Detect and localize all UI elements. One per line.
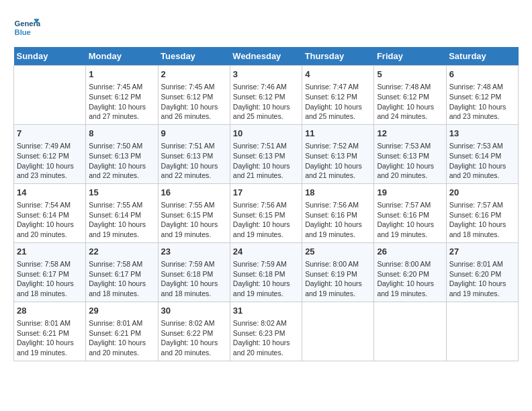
day-cell: 29Sunrise: 8:01 AM Sunset: 6:21 PM Dayli… [86,302,158,361]
day-info: Sunrise: 7:50 AM Sunset: 6:13 PM Dayligh… [89,141,154,181]
day-number: 13 [449,128,515,140]
day-info: Sunrise: 8:02 AM Sunset: 6:23 PM Dayligh… [233,318,299,358]
day-cell: 22Sunrise: 7:58 AM Sunset: 6:17 PM Dayli… [86,242,158,302]
day-number: 8 [89,128,154,140]
day-number: 19 [377,187,443,199]
day-cell: 20Sunrise: 7:57 AM Sunset: 6:16 PM Dayli… [446,183,518,242]
week-row-3: 14Sunrise: 7:54 AM Sunset: 6:14 PM Dayli… [14,183,519,242]
day-number: 4 [305,68,371,81]
week-row-5: 28Sunrise: 8:01 AM Sunset: 6:21 PM Dayli… [14,302,519,361]
page-header: General Blue [13,13,519,40]
day-cell: 31Sunrise: 8:02 AM Sunset: 6:23 PM Dayli… [230,302,302,361]
day-info: Sunrise: 7:51 AM Sunset: 6:13 PM Dayligh… [233,141,299,181]
col-header-wednesday: Wednesday [230,47,302,66]
day-number: 3 [233,68,299,81]
day-info: Sunrise: 7:57 AM Sunset: 6:16 PM Dayligh… [377,200,443,240]
day-cell: 30Sunrise: 8:02 AM Sunset: 6:22 PM Dayli… [158,302,230,361]
day-cell: 12Sunrise: 7:53 AM Sunset: 6:13 PM Dayli… [374,124,446,183]
day-cell: 16Sunrise: 7:55 AM Sunset: 6:15 PM Dayli… [158,183,230,242]
col-header-tuesday: Tuesday [158,47,230,66]
day-number: 20 [449,187,515,199]
day-cell: 8Sunrise: 7:50 AM Sunset: 6:13 PM Daylig… [86,124,158,183]
day-info: Sunrise: 7:53 AM Sunset: 6:14 PM Dayligh… [449,141,515,181]
day-info: Sunrise: 8:01 AM Sunset: 6:20 PM Dayligh… [449,259,515,299]
day-number: 18 [305,187,371,199]
calendar-table: SundayMondayTuesdayWednesdayThursdayFrid… [13,47,519,361]
day-info: Sunrise: 7:58 AM Sunset: 6:17 PM Dayligh… [89,259,154,299]
day-cell: 24Sunrise: 7:59 AM Sunset: 6:18 PM Dayli… [230,242,302,302]
day-info: Sunrise: 7:49 AM Sunset: 6:12 PM Dayligh… [17,141,83,181]
day-info: Sunrise: 8:02 AM Sunset: 6:22 PM Dayligh… [161,318,227,358]
day-cell: 7Sunrise: 7:49 AM Sunset: 6:12 PM Daylig… [14,124,86,183]
svg-text:Blue: Blue [15,28,31,36]
day-info: Sunrise: 8:00 AM Sunset: 6:19 PM Dayligh… [305,259,371,299]
day-number: 9 [161,128,227,140]
day-info: Sunrise: 7:52 AM Sunset: 6:13 PM Dayligh… [305,141,371,181]
col-header-sunday: Sunday [14,47,86,66]
week-row-1: 1Sunrise: 7:45 AM Sunset: 6:12 PM Daylig… [14,66,519,125]
logo-icon: General Blue [13,13,40,40]
day-cell: 26Sunrise: 8:00 AM Sunset: 6:20 PM Dayli… [374,242,446,302]
day-number: 21 [17,246,83,258]
day-info: Sunrise: 7:59 AM Sunset: 6:18 PM Dayligh… [161,259,227,299]
day-cell: 5Sunrise: 7:48 AM Sunset: 6:12 PM Daylig… [374,66,446,125]
day-cell: 9Sunrise: 7:51 AM Sunset: 6:13 PM Daylig… [158,124,230,183]
day-number: 22 [89,246,154,258]
day-number: 14 [17,187,83,199]
day-number: 1 [89,68,154,81]
day-number: 26 [377,246,443,258]
day-cell: 6Sunrise: 7:48 AM Sunset: 6:12 PM Daylig… [446,66,518,125]
day-cell: 27Sunrise: 8:01 AM Sunset: 6:20 PM Dayli… [446,242,518,302]
logo: General Blue [13,13,43,40]
day-number: 25 [305,246,371,258]
col-header-thursday: Thursday [302,47,374,66]
day-cell [446,302,518,361]
col-header-friday: Friday [374,47,446,66]
day-number: 16 [161,187,227,199]
day-cell: 23Sunrise: 7:59 AM Sunset: 6:18 PM Dayli… [158,242,230,302]
day-cell [14,66,86,125]
day-info: Sunrise: 7:56 AM Sunset: 6:16 PM Dayligh… [305,200,371,240]
day-cell: 14Sunrise: 7:54 AM Sunset: 6:14 PM Dayli… [14,183,86,242]
week-row-2: 7Sunrise: 7:49 AM Sunset: 6:12 PM Daylig… [14,124,519,183]
day-number: 12 [377,128,443,140]
day-number: 2 [161,68,227,81]
day-number: 23 [161,246,227,258]
day-number: 10 [233,128,299,140]
header-row: SundayMondayTuesdayWednesdayThursdayFrid… [14,47,519,66]
day-cell: 2Sunrise: 7:45 AM Sunset: 6:12 PM Daylig… [158,66,230,125]
day-info: Sunrise: 7:47 AM Sunset: 6:12 PM Dayligh… [305,82,371,122]
day-cell: 3Sunrise: 7:46 AM Sunset: 6:12 PM Daylig… [230,66,302,125]
day-info: Sunrise: 7:48 AM Sunset: 6:12 PM Dayligh… [449,82,515,122]
day-cell: 11Sunrise: 7:52 AM Sunset: 6:13 PM Dayli… [302,124,374,183]
day-info: Sunrise: 8:01 AM Sunset: 6:21 PM Dayligh… [17,318,83,358]
day-info: Sunrise: 7:58 AM Sunset: 6:17 PM Dayligh… [17,259,83,299]
day-info: Sunrise: 7:46 AM Sunset: 6:12 PM Dayligh… [233,82,299,122]
day-cell: 19Sunrise: 7:57 AM Sunset: 6:16 PM Dayli… [374,183,446,242]
day-info: Sunrise: 7:45 AM Sunset: 6:12 PM Dayligh… [161,82,227,122]
day-info: Sunrise: 7:56 AM Sunset: 6:15 PM Dayligh… [233,200,299,240]
day-info: Sunrise: 7:59 AM Sunset: 6:18 PM Dayligh… [233,259,299,299]
day-info: Sunrise: 7:54 AM Sunset: 6:14 PM Dayligh… [17,200,83,240]
day-info: Sunrise: 7:51 AM Sunset: 6:13 PM Dayligh… [161,141,227,181]
day-cell: 10Sunrise: 7:51 AM Sunset: 6:13 PM Dayli… [230,124,302,183]
day-number: 15 [89,187,154,199]
day-info: Sunrise: 7:55 AM Sunset: 6:15 PM Dayligh… [161,200,227,240]
day-number: 31 [233,305,299,317]
day-cell: 1Sunrise: 7:45 AM Sunset: 6:12 PM Daylig… [86,66,158,125]
day-number: 29 [89,305,154,317]
day-number: 24 [233,246,299,258]
day-info: Sunrise: 8:00 AM Sunset: 6:20 PM Dayligh… [377,259,443,299]
day-cell: 17Sunrise: 7:56 AM Sunset: 6:15 PM Dayli… [230,183,302,242]
day-cell: 18Sunrise: 7:56 AM Sunset: 6:16 PM Dayli… [302,183,374,242]
day-info: Sunrise: 7:57 AM Sunset: 6:16 PM Dayligh… [449,200,515,240]
day-cell: 13Sunrise: 7:53 AM Sunset: 6:14 PM Dayli… [446,124,518,183]
col-header-monday: Monday [86,47,158,66]
col-header-saturday: Saturday [446,47,518,66]
day-number: 6 [449,68,515,81]
day-number: 27 [449,246,515,258]
day-info: Sunrise: 7:48 AM Sunset: 6:12 PM Dayligh… [377,82,443,122]
day-number: 28 [17,305,83,317]
day-number: 5 [377,68,443,81]
day-info: Sunrise: 7:55 AM Sunset: 6:14 PM Dayligh… [89,200,154,240]
